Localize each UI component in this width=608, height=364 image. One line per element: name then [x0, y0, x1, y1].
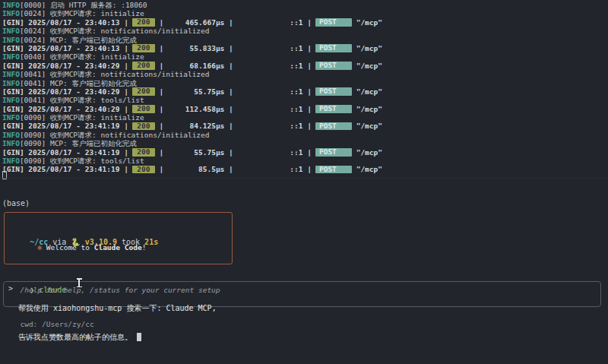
latency-value: 112.458µs: [163, 105, 224, 113]
gin-timestamp: [GIN] 2025/08/17 - 23:41:19 |: [2, 148, 128, 157]
mouse-cursor: [78, 278, 80, 287]
status-badge: 200: [132, 166, 155, 174]
gin-log-line: [GIN] 2025/08/17 - 23:41:19 |200 |55.75µ…: [2, 148, 608, 157]
log-level-tag: INFO: [2, 79, 20, 87]
log-message: [0090] MCP: 客户端已初始化完成: [20, 139, 137, 147]
latency-value: 85.5µs: [163, 165, 224, 173]
request-path: "/mcp": [352, 62, 382, 70]
separator: |: [224, 18, 237, 27]
info-log-line: INFO[0024] 收到MCP请求: initialize: [2, 9, 608, 17]
client-ip: ::1: [238, 44, 303, 52]
info-log-line: INFO[0090] 收到MCP请求: notifications/initia…: [2, 131, 608, 139]
latency-value: 68.166µs: [163, 62, 224, 70]
log-message: [0041] MCP: 客户端已初始化完成: [20, 79, 137, 87]
request-path: "/mcp": [352, 122, 382, 130]
log-level-tag: INFO: [2, 27, 20, 35]
status-badge: 200: [132, 44, 155, 52]
client-ip: ::1: [238, 87, 303, 96]
separator: |: [224, 165, 237, 173]
log-level-tag: INFO: [2, 139, 20, 147]
client-ip: ::1: [238, 105, 303, 113]
client-ip: ::1: [238, 18, 303, 27]
separator: |: [303, 18, 312, 27]
separator: |: [155, 18, 163, 27]
gin-log-line: [GIN] 2025/08/17 - 23:40:29 |200 |68.166…: [2, 62, 608, 70]
log-level-tag: INFO: [2, 52, 20, 61]
log-level-tag: INFO: [2, 70, 20, 78]
welcome-product-name: Claude Code: [94, 243, 142, 252]
gin-timestamp: [GIN] 2025/08/17 - 23:40:29 |: [2, 105, 128, 113]
separator: |: [303, 122, 312, 130]
info-log-line: INFO[0024] 收到MCP请求: notifications/initia…: [2, 27, 608, 35]
client-ip: ::1: [238, 165, 303, 173]
separator: |: [155, 105, 163, 113]
gin-log-line: [GIN] 2025/08/17 - 23:40:13 |200 |55.833…: [2, 44, 608, 52]
gin-log-line: [GIN] 2025/08/17 - 23:41:19 |200 |84.125…: [2, 122, 608, 130]
gin-log-line: [GIN] 2025/08/17 - 23:40:29 |200 |112.45…: [2, 105, 608, 113]
log-level-tag: INFO: [2, 131, 20, 139]
info-log-line: INFO[0090] 收到MCP请求: initialize: [2, 113, 608, 122]
input-prompt-symbol: >: [8, 284, 13, 304]
separator: |: [224, 105, 237, 113]
client-ip: ::1: [238, 122, 303, 130]
info-log-line: INFO[0041] 收到MCP请求: notifications/initia…: [2, 70, 608, 78]
gin-timestamp: [GIN] 2025/08/17 - 23:40:29 |: [2, 62, 128, 70]
gin-timestamp: [GIN] 2025/08/17 - 23:40:29 |: [2, 87, 128, 96]
client-ip: ::1: [238, 148, 303, 157]
separator: |: [155, 165, 163, 173]
text-cursor: [137, 333, 141, 341]
latency-value: 84.125µs: [163, 122, 224, 130]
info-log-line: INFO[0000] 启动 HTTP 服务器: :18060: [2, 1, 608, 9]
request-path: "/mcp": [352, 44, 382, 52]
separator: |: [303, 165, 312, 173]
info-log-line: INFO[0040] 收到MCP请求: initialize: [2, 52, 608, 61]
gin-timestamp: [GIN] 2025/08/17 - 23:40:13 |: [2, 18, 128, 27]
log-level-tag: INFO: [2, 9, 20, 17]
log-message: [0024] 收到MCP请求: initialize: [20, 9, 144, 17]
conda-env-indicator: (base): [2, 199, 158, 209]
info-log-line: INFO[0090] MCP: 客户端已初始化完成: [2, 139, 608, 147]
info-log-line: INFO[0090] 收到MCP请求: tools/list: [2, 157, 608, 165]
log-message: [0090] 收到MCP请求: tools/list: [20, 157, 144, 165]
method-badge: POST: [315, 87, 352, 96]
info-log-line: INFO[0041] MCP: 客户端已初始化完成: [2, 79, 608, 87]
log-message: [0090] 收到MCP请求: initialize: [20, 113, 144, 122]
claude-code-welcome-box: ✻ Welcome to Claude Code! /help for help…: [4, 212, 233, 264]
status-badge: 200: [132, 148, 155, 157]
welcome-suffix: !: [142, 243, 147, 252]
info-log-line: INFO[0041] 收到MCP请求: tools/list: [2, 96, 608, 104]
log-message: [0041] 收到MCP请求: notifications/initialize…: [20, 70, 210, 78]
separator: |: [224, 87, 237, 96]
separator: |: [303, 44, 312, 52]
request-path: "/mcp": [352, 105, 382, 113]
section-divider: [0, 178, 608, 179]
prompt-input-box[interactable]: > 帮我使用 xiaohongshu-mcp 搜索一下: Claude MCP,…: [3, 281, 601, 307]
status-badge: 200: [132, 87, 155, 96]
request-path: "/mcp": [352, 18, 382, 27]
latency-value: 55.75µs: [163, 148, 224, 157]
log-message: [0041] 收到MCP请求: tools/list: [20, 96, 144, 104]
server-log-output: INFO[0000] 启动 HTTP 服务器: :18060INFO[0024]…: [2, 1, 608, 174]
method-badge: POST: [315, 44, 352, 52]
log-message: [0000] 启动 HTTP 服务器: :18060: [20, 1, 147, 9]
gin-log-line: [GIN] 2025/08/17 - 23:41:19 |200 |85.5µs…: [2, 165, 608, 173]
method-badge: POST: [315, 62, 352, 70]
separator: |: [224, 44, 237, 52]
log-level-tag: INFO: [2, 113, 20, 122]
request-path: "/mcp": [352, 87, 382, 96]
log-level-tag: INFO: [2, 96, 20, 104]
log-level-tag: INFO: [2, 36, 20, 44]
method-badge: POST: [315, 105, 352, 113]
separator: |: [303, 87, 312, 96]
separator: |: [155, 87, 163, 96]
latency-value: 55.833µs: [163, 44, 224, 52]
separator: |: [155, 62, 163, 70]
log-message: [0090] 收到MCP请求: notifications/initialize…: [20, 131, 210, 139]
info-log-line: INFO[0024] MCP: 客户端已初始化完成: [2, 36, 608, 44]
separator: |: [224, 62, 237, 70]
method-badge: POST: [315, 18, 352, 27]
input-text-line2: 告诉我点赞数最高的帖子的信息。: [18, 333, 596, 343]
client-ip: ::1: [238, 62, 303, 70]
gin-timestamp: [GIN] 2025/08/17 - 23:41:19 |: [2, 165, 128, 173]
method-badge: POST: [315, 148, 352, 157]
